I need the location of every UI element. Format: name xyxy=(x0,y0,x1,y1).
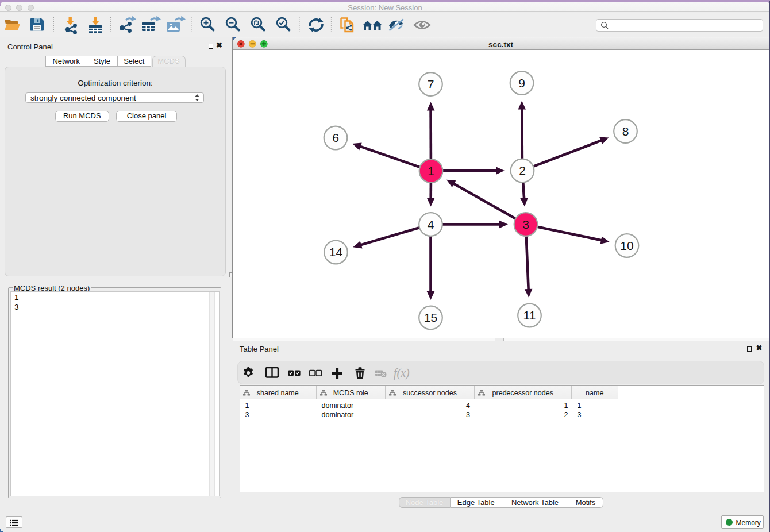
svg-text:6: 6 xyxy=(332,131,339,144)
svg-text:15: 15 xyxy=(424,311,437,324)
svg-text:10: 10 xyxy=(620,238,633,252)
svg-text:2: 2 xyxy=(519,164,526,177)
svg-text:11: 11 xyxy=(523,309,536,322)
svg-text:8: 8 xyxy=(622,124,629,137)
svg-text:4: 4 xyxy=(428,217,434,230)
svg-text:14: 14 xyxy=(329,245,343,259)
svg-text:f(x): f(x) xyxy=(394,367,410,380)
svg-text:9: 9 xyxy=(518,76,525,89)
svg-text:7: 7 xyxy=(428,77,434,90)
svg-text:1: 1 xyxy=(428,164,434,177)
svg-text:3: 3 xyxy=(522,217,529,230)
